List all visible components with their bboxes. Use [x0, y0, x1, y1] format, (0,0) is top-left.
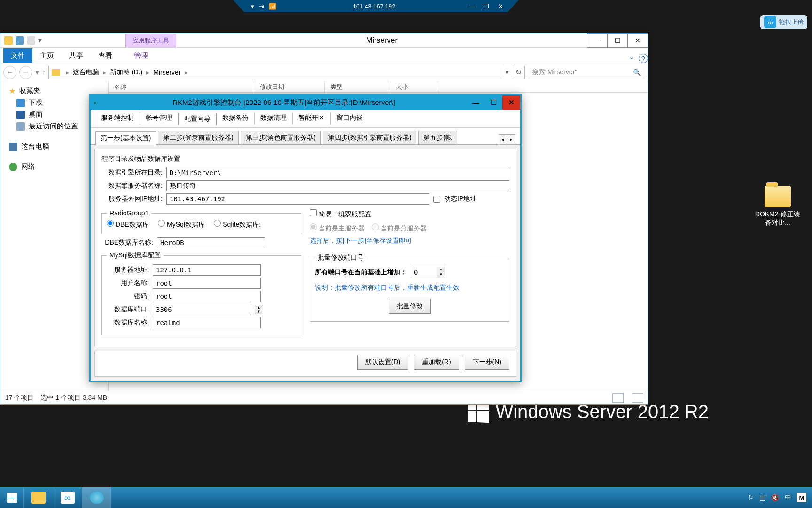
tab-home[interactable]: 主页 [32, 48, 62, 63]
upload-pill[interactable]: ∞ 拖拽上传 [760, 15, 807, 29]
pin-icon[interactable]: ▾ [251, 3, 254, 10]
crumb-pc[interactable]: 这台电脑 [73, 68, 99, 77]
offset-down[interactable]: ▼ [437, 272, 445, 278]
tray-network-icon[interactable]: ▥ [759, 494, 765, 501]
explorer-titlebar[interactable]: ▾ 应用程序工具 Mirserver — ☐ ✕ [0, 33, 648, 48]
rdp-minimize-button[interactable]: — [465, 3, 479, 10]
crumb-folder[interactable]: Mirserver [153, 69, 180, 76]
taskbar-rkm2[interactable] [82, 487, 111, 508]
input-engine-dir[interactable] [166, 167, 509, 178]
batch-modify-button[interactable]: 批量修改 [389, 299, 431, 314]
sidebar-this-pc[interactable]: 这台电脑 [6, 141, 102, 152]
input-db-port[interactable] [153, 304, 251, 315]
tab-file[interactable]: 文件 [3, 48, 32, 63]
sidebar-desktop[interactable]: 桌面 [6, 109, 102, 120]
checkbox-dynamic-ip[interactable] [433, 196, 440, 203]
desktop-shortcut[interactable]: DOKM2-修正装备对比... [754, 186, 801, 227]
radio-dbe[interactable]: DBE数据库 [107, 221, 149, 228]
sidebar-favorites[interactable]: ★收藏夹 [6, 85, 102, 97]
contextual-tab-label[interactable]: 应用程序工具 [125, 34, 176, 47]
col-size[interactable]: 大小 [390, 81, 437, 92]
newfolder-icon[interactable] [27, 36, 35, 45]
input-srv-addr[interactable] [153, 264, 261, 276]
tray-sound-icon[interactable]: 🔇 [771, 494, 779, 501]
history-dropdown-icon[interactable]: ▾ [35, 68, 39, 77]
menu-backup[interactable]: 数据备份 [217, 112, 255, 125]
search-input[interactable]: 搜索"Mirserver" 🔍 [528, 66, 645, 79]
tray-flag-icon[interactable]: ⚐ [748, 494, 754, 501]
col-date[interactable]: 修改日期 [254, 81, 325, 92]
port-up[interactable]: ▲ [255, 305, 263, 310]
step-1[interactable]: 第一步(基本设置) [95, 131, 156, 145]
tab-view[interactable]: 查看 [91, 48, 120, 63]
input-port-offset[interactable] [411, 267, 437, 278]
hint-after-select: 选择后，按[下一步]至保存设置即可 [310, 235, 509, 247]
refresh-button[interactable]: ↻ [512, 66, 525, 79]
step-3[interactable]: 第三步(角色前置服务器) [241, 131, 321, 144]
offset-up[interactable]: ▲ [437, 267, 445, 272]
reload-button[interactable]: 重加载(R) [414, 355, 459, 370]
props-icon[interactable] [16, 36, 24, 45]
dialog-titlebar[interactable]: ▸ RKM2游戏引擎控制台 [2022-06-10 星期五]当前开区目录:[D:… [91, 95, 520, 110]
forward-button[interactable]: → [19, 66, 32, 79]
breadcrumb[interactable]: ▸ 这台电脑▸ 新加卷 (D:)▸ Mirserver▸ [48, 66, 502, 79]
sidebar-recent[interactable]: 最近访问的位置 [6, 120, 102, 132]
input-user[interactable] [153, 278, 261, 289]
tabs-scroll-left[interactable]: ◂ [499, 134, 507, 144]
input-server-name[interactable] [166, 180, 509, 191]
column-headers[interactable]: 名称 修改日期 类型 大小 [109, 81, 648, 93]
dialog-close-button[interactable]: ✕ [502, 95, 520, 110]
up-button[interactable]: ↑ [42, 68, 46, 77]
sidebar-downloads[interactable]: 下载 [6, 97, 102, 109]
checkbox-simple-dual[interactable]: 简易一机双服配置 [310, 210, 371, 218]
tray-ime-lang[interactable]: 中 [785, 493, 791, 502]
close-button[interactable]: ✕ [627, 33, 648, 48]
maximize-button[interactable]: ☐ [607, 33, 628, 48]
menu-smart-open[interactable]: 智能开区 [293, 112, 331, 125]
input-pwd[interactable] [153, 291, 261, 302]
menu-account[interactable]: 帐号管理 [140, 112, 178, 125]
tab-share[interactable]: 共享 [62, 48, 91, 63]
start-button[interactable] [0, 487, 23, 508]
step-4[interactable]: 第四步(数据引擎前置服务器) [323, 131, 416, 144]
back-button[interactable]: ← [3, 66, 16, 79]
menu-config-wizard[interactable]: 配置向导 [178, 113, 217, 125]
sidebar-network[interactable]: 网络 [6, 161, 102, 173]
view-details-button[interactable] [612, 393, 624, 403]
spinner-port-offset[interactable]: ▲▼ [411, 267, 445, 278]
tray-ime-mode[interactable]: M [797, 493, 806, 502]
next-step-button[interactable]: 下一步(N) [465, 355, 509, 370]
step-2[interactable]: 第二步(登录前置服务器) [158, 131, 238, 144]
menu-cleanup[interactable]: 数据清理 [255, 112, 293, 125]
col-type[interactable]: 类型 [325, 81, 390, 92]
menu-embed[interactable]: 窗口内嵌 [331, 112, 368, 125]
dialog-minimize-button[interactable]: — [467, 95, 484, 110]
qat-dropdown-icon[interactable]: ▾ [38, 36, 42, 45]
port-down[interactable]: ▼ [255, 310, 263, 314]
rdp-restore-button[interactable]: ❐ [479, 3, 493, 10]
pin2-icon[interactable]: ⇥ [259, 3, 264, 10]
ribbon-expand-icon[interactable]: ⌄ [625, 51, 639, 63]
minimize-button[interactable]: — [587, 33, 608, 48]
input-dbe-name[interactable] [157, 237, 265, 248]
step-5[interactable]: 第五步(帐 [418, 131, 457, 144]
default-settings-button[interactable]: 默认设置(D) [357, 355, 408, 370]
input-db-name[interactable] [153, 317, 261, 328]
col-name[interactable]: 名称 [109, 81, 254, 92]
radio-mysql[interactable]: MySql数据库 [158, 221, 205, 228]
view-icons-button[interactable] [632, 393, 643, 403]
menu-server-control[interactable]: 服务端控制 [95, 112, 140, 125]
input-wan-ip[interactable] [166, 193, 429, 205]
taskbar-explorer[interactable] [23, 487, 53, 508]
dialog-maximize-button[interactable]: ☐ [484, 95, 502, 110]
tabs-scroll-right[interactable]: ▸ [507, 134, 515, 144]
radio-sqlite[interactable]: Sqlite数据库: [214, 221, 261, 228]
crumb-drive[interactable]: 新加卷 (D:) [110, 68, 142, 77]
rdp-close-button[interactable]: ✕ [493, 3, 508, 10]
ribbon-tabs: 文件 主页 共享 查看 管理 ⌄ ? [0, 48, 648, 64]
addr-dropdown-icon[interactable]: ▾ [505, 68, 509, 77]
tab-manage[interactable]: 管理 [126, 48, 156, 63]
system-tray[interactable]: ⚐ ▥ 🔇 中 M [742, 487, 812, 508]
taskbar-baidu[interactable]: ∞ [53, 487, 82, 508]
help-icon[interactable]: ? [639, 54, 648, 63]
